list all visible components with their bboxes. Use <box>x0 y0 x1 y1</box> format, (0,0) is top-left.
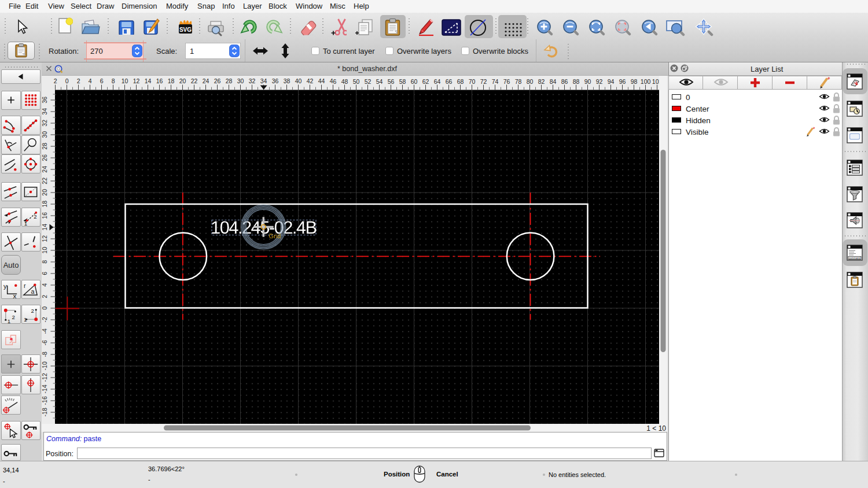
svg-text:22: 22 <box>191 77 198 84</box>
svg-text:2: 2 <box>54 77 57 84</box>
svg-text:8: 8 <box>42 260 48 264</box>
svg-text:26: 26 <box>42 154 48 161</box>
svg-text:6: 6 <box>42 272 48 275</box>
svg-text:70: 70 <box>469 78 476 85</box>
svg-text:28: 28 <box>42 143 48 150</box>
svg-text:88: 88 <box>573 78 580 85</box>
svg-text:42: 42 <box>307 77 314 84</box>
svg-text:12: 12 <box>133 77 140 84</box>
svg-text:30: 30 <box>237 77 244 84</box>
svg-text:12: 12 <box>42 235 48 242</box>
svg-text:4: 4 <box>42 283 48 287</box>
svg-text:y: y <box>3 282 6 289</box>
svg-text:44: 44 <box>318 77 325 84</box>
svg-text:96: 96 <box>619 78 626 85</box>
svg-text:38: 38 <box>284 77 290 84</box>
svg-text:76: 76 <box>503 78 510 85</box>
svg-text:-4: -4 <box>42 328 48 334</box>
svg-text:64: 64 <box>434 78 441 85</box>
svg-text:2: 2 <box>12 314 14 320</box>
svg-text:14: 14 <box>42 224 48 231</box>
svg-text:72: 72 <box>480 78 487 85</box>
svg-text:-6: -6 <box>42 340 48 346</box>
svg-text:86: 86 <box>561 78 568 85</box>
svg-text:24: 24 <box>42 166 48 173</box>
svg-text:80: 80 <box>527 78 534 85</box>
svg-text:84: 84 <box>550 78 557 85</box>
svg-text:34: 34 <box>260 77 267 84</box>
svg-text:60: 60 <box>411 78 418 85</box>
svg-text:90: 90 <box>584 78 591 85</box>
svg-text:46: 46 <box>330 77 337 84</box>
svg-text:56: 56 <box>388 78 395 85</box>
svg-text:1: 1 <box>7 318 10 324</box>
svg-text:24: 24 <box>203 77 209 84</box>
svg-text:48: 48 <box>341 78 348 85</box>
svg-text:2: 2 <box>42 295 48 298</box>
svg-text:18: 18 <box>168 77 175 84</box>
svg-text:40: 40 <box>295 77 302 84</box>
svg-text:SVG: SVG <box>179 27 192 33</box>
svg-text:100: 100 <box>641 78 651 85</box>
svg-text:68: 68 <box>457 78 464 85</box>
svg-text:54: 54 <box>376 78 383 85</box>
svg-text:a: a <box>31 288 34 295</box>
svg-text:94: 94 <box>608 78 615 85</box>
svg-text:26: 26 <box>214 77 221 84</box>
svg-text:-18: -18 <box>42 408 48 416</box>
svg-text:10: 10 <box>42 247 48 254</box>
svg-text:52: 52 <box>365 78 372 85</box>
svg-text:20: 20 <box>179 77 186 84</box>
svg-text:command: command <box>849 257 860 260</box>
svg-text:20: 20 <box>42 189 48 196</box>
svg-text:58: 58 <box>399 78 406 85</box>
svg-text:2: 2 <box>31 307 34 313</box>
svg-text:1 < 10: 1 < 10 <box>646 424 666 432</box>
svg-text:22: 22 <box>42 178 48 184</box>
svg-text:4: 4 <box>89 77 92 84</box>
svg-text:6: 6 <box>100 77 104 84</box>
svg-text:r: r <box>24 282 26 289</box>
svg-text:74: 74 <box>492 78 499 85</box>
svg-text:92: 92 <box>596 78 603 85</box>
svg-text:18: 18 <box>42 201 48 208</box>
svg-text:1: 1 <box>24 316 27 323</box>
svg-text:2: 2 <box>34 213 36 220</box>
svg-text:82: 82 <box>538 78 545 85</box>
svg-text:-16: -16 <box>42 396 48 405</box>
svg-text:-12: -12 <box>42 373 48 382</box>
svg-text:0: 0 <box>65 77 69 84</box>
svg-text:32: 32 <box>249 77 256 84</box>
svg-text:28: 28 <box>226 77 233 84</box>
svg-text:98: 98 <box>631 78 638 85</box>
svg-text:-10: -10 <box>42 361 48 370</box>
svg-text:36: 36 <box>272 77 279 84</box>
svg-text:66: 66 <box>446 78 453 85</box>
svg-text:16: 16 <box>42 212 48 219</box>
svg-text:x: x <box>13 292 16 299</box>
svg-text:10: 10 <box>122 77 128 84</box>
svg-text:62: 62 <box>422 78 429 85</box>
svg-text:32: 32 <box>42 120 48 127</box>
svg-text:8: 8 <box>112 77 115 84</box>
svg-text:14: 14 <box>145 77 152 84</box>
svg-text:-14: -14 <box>42 385 48 393</box>
svg-text:50: 50 <box>353 78 360 85</box>
svg-text:30: 30 <box>42 131 48 138</box>
svg-text:-8: -8 <box>42 352 48 357</box>
svg-text:2: 2 <box>77 77 80 84</box>
svg-text:78: 78 <box>515 78 522 85</box>
svg-text:-2: -2 <box>42 317 48 323</box>
svg-text:16: 16 <box>156 77 163 84</box>
svg-text:1: 1 <box>24 220 27 227</box>
svg-text:36: 36 <box>42 97 48 103</box>
svg-text:34: 34 <box>42 108 48 115</box>
svg-text:0: 0 <box>42 306 48 310</box>
